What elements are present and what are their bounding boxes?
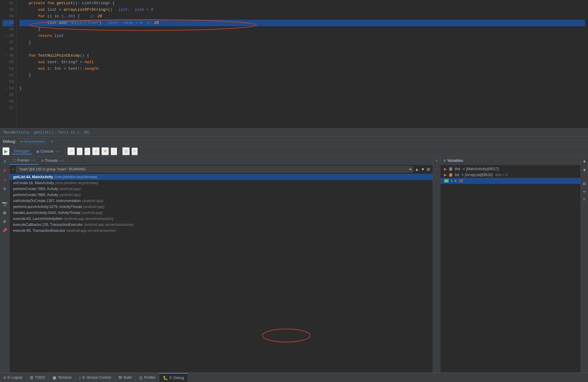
var-this-value: = {MainActivity@8517} (463, 167, 499, 171)
evaluate-button[interactable]: ✕ (101, 147, 109, 155)
frame-item-6[interactable]: handleLaunchActivity:3443, ActivityThrea… (10, 210, 433, 216)
profiler-icon: ◎ (139, 375, 143, 380)
scroll-up-button[interactable]: ▲ (581, 158, 588, 165)
terminal-icon: ▣ (52, 375, 56, 380)
close-session-button[interactable]: ✕ (50, 139, 53, 144)
profiler-label: Profiler (144, 375, 155, 380)
status-debug[interactable]: 🐛 5: Debug (159, 373, 188, 382)
frame-item-8[interactable]: executeCallbacks:135, TransactionExecuto… (10, 222, 433, 228)
run-to-cursor-button[interactable]: ↡ (92, 147, 100, 155)
frame-item-7[interactable]: execute:83, LaunchActivityItem (android.… (10, 216, 433, 222)
status-terminal[interactable]: ▣ Terminal (49, 373, 75, 382)
frames-panel: ⬚ Frames →↑ ≡ Threads →↑ ✔ "main"@8,185 … (10, 156, 433, 372)
sidebar-slash-icon[interactable]: ⊘ (1, 184, 9, 193)
debug-panel: Debug: ▶ recyclerview ✕ ▶ Debugger ▣ Con… (0, 136, 588, 372)
build-label: Build (124, 375, 132, 380)
variables-icon: ≡ (443, 159, 445, 163)
breadcrumb-for[interactable]: for(i in 1..30) (58, 131, 90, 135)
copy-button[interactable]: ⧉ (581, 180, 588, 187)
code-line-54: } (19, 85, 585, 92)
thread-selector[interactable]: "main"@8,185 in group "main": RUNNING (16, 166, 413, 173)
remove-var-button[interactable]: − (433, 165, 440, 173)
tab-debugger[interactable]: Debugger (11, 148, 32, 154)
sidebar-record-icon[interactable]: ● (1, 176, 9, 184)
var-controls-left: + − (433, 156, 440, 372)
var-i-value: 28 (459, 179, 463, 183)
var-list-value: = {ArrayList@8520} (462, 173, 493, 177)
frame-item-2[interactable]: performCreate:7893, Activity (android.ap… (10, 186, 433, 192)
frame-item-0[interactable]: getList:44, MainActivity (com.johnlion.r… (10, 174, 433, 180)
code-editor: 41 42 43 ●44 45 ▷46 47 48 ▷49 50 51 52 5… (0, 0, 588, 128)
resume-button[interactable]: ▶ (2, 147, 10, 155)
sidebar-layout-icon[interactable]: ▤ (1, 208, 9, 217)
var-i-badge: 01 (444, 179, 449, 183)
cursor-position-button[interactable]: ⌶ (111, 147, 117, 155)
code-line-52: } (19, 72, 585, 79)
thread-filter-button[interactable]: ⊞ (427, 167, 430, 172)
frame-item-1[interactable]: onCreate:18, MainActivity (com.johnlion.… (10, 180, 433, 186)
code-line-42: val list = arrayListOf<String>() list: s… (19, 7, 585, 13)
add-var-button[interactable]: + (433, 158, 440, 165)
vcs-label: 9: Version Control (82, 375, 111, 380)
line-numbers: 41 42 43 ●44 45 ▷46 47 48 ▷49 50 51 52 5… (0, 0, 16, 128)
infinity-button[interactable]: ∞ (581, 188, 588, 195)
thread-down-button[interactable]: ▼ (421, 167, 425, 172)
code-line-46: return list (19, 33, 585, 39)
code-line-44: list.add("第${i}个Item") list: size = 0 i:… (19, 20, 585, 26)
sidebar-stop-icon[interactable]: ■ (1, 167, 9, 175)
var-item-list[interactable]: ▶ p list = {ArrayList@8520} size = 0 (440, 172, 580, 178)
tab-console[interactable]: ▣ Console →↑ (34, 149, 62, 154)
panel-tabs: ⬚ Frames →↑ ≡ Threads →↑ (10, 156, 433, 165)
tab-frames[interactable]: ⬚ Frames →↑ (10, 156, 38, 165)
frame-item-3[interactable]: performCreate:7880, Activity (android.ap… (10, 192, 433, 198)
grid-view-button[interactable]: ⊞ (122, 147, 130, 155)
sidebar-settings-icon[interactable]: ⚙ (1, 217, 9, 226)
terminal-label: Terminal (58, 375, 71, 380)
frame-item-9[interactable]: execute:95, TransactionExecutor (android… (10, 228, 433, 234)
toolbar-divider (65, 148, 65, 154)
thread-header: ✔ "main"@8,185 in group "main": RUNNING … (10, 165, 433, 174)
step-over-button[interactable]: ↗ (67, 147, 75, 155)
session-name: recyclerview (24, 139, 45, 144)
code-line-43: for (i in 1..30) { i: 28 (19, 13, 585, 20)
thread-up-button[interactable]: ▲ (415, 167, 419, 172)
status-vcs[interactable]: ↕ 9: Version Control (75, 373, 114, 382)
debug-header: Debug: ▶ recyclerview ✕ (0, 137, 588, 146)
variables-title: Variables (447, 159, 463, 163)
sidebar-camera-icon[interactable]: 📷 (1, 199, 9, 208)
debug-content-area: ⏸ ■ ● ⊘ 📷 ▤ ⚙ 📌 ⬚ Frames →↑ ≡ Threads →↑ (0, 156, 588, 372)
sidebar-pin-icon[interactable]: 📌 (1, 226, 9, 235)
step-into-button[interactable]: ↓ (77, 147, 83, 155)
code-line-45: } (19, 26, 585, 33)
code-line-53 (19, 79, 585, 85)
var-item-i[interactable]: 01 i = 28 (440, 178, 580, 184)
var-item-this[interactable]: ▶ p this = {MainActivity@8517} (440, 166, 580, 172)
var-this-icon: p (449, 167, 452, 171)
sidebar-pause-icon[interactable]: ⏸ (1, 158, 9, 166)
variables-panel: ≡ Variables ▶ p this = {MainActivity@851… (440, 156, 580, 372)
var-i-name: i (451, 179, 452, 183)
scroll-down-button[interactable]: ▼ (581, 167, 588, 174)
status-profiler[interactable]: ◎ Profiler (135, 373, 159, 382)
status-build[interactable]: ⚒ Build (115, 373, 136, 382)
status-todo[interactable]: ⊞ TODO (26, 373, 49, 382)
debug-toolbar: ▶ Debugger ▣ Console →↑ ↗ ↓ ↑ ↡ ✕ ⌶ ⊞ ≡ (0, 146, 588, 156)
var-controls-right: ▲ ▼ ⧉ ∞ K (581, 156, 588, 372)
filter-button[interactable]: ≡ (131, 147, 138, 155)
tab-threads[interactable]: ≡ Threads →↑ (38, 156, 67, 165)
breadcrumb-getlist[interactable]: getList() (34, 131, 53, 135)
frame-item-5[interactable]: performLaunchActivity:3279, ActivityThre… (10, 204, 433, 210)
toolbar-divider2 (120, 148, 120, 154)
build-icon: ⚒ (118, 375, 122, 380)
variables-content: ▶ p this = {MainActivity@8517} ▶ p list … (440, 165, 580, 372)
todo-label: TODO (35, 375, 45, 380)
status-bar: ≡ 6: Logcat ⊞ TODO ▣ Terminal ↕ 9: Versi… (0, 372, 588, 382)
step-out-button[interactable]: ↑ (84, 147, 90, 155)
frame-item-4[interactable]: callActivityOnCreate:1307, Instrumentati… (10, 198, 433, 204)
status-logcat[interactable]: ≡ 6: Logcat (0, 373, 26, 382)
code-line-56 (19, 98, 585, 105)
code-line-47: } (19, 39, 585, 46)
breadcrumb-mainactivity[interactable]: MainActivity (4, 131, 29, 135)
code-line-49: fun TestNullPointExcep() { (19, 52, 585, 59)
var-list-name: list (455, 173, 459, 177)
